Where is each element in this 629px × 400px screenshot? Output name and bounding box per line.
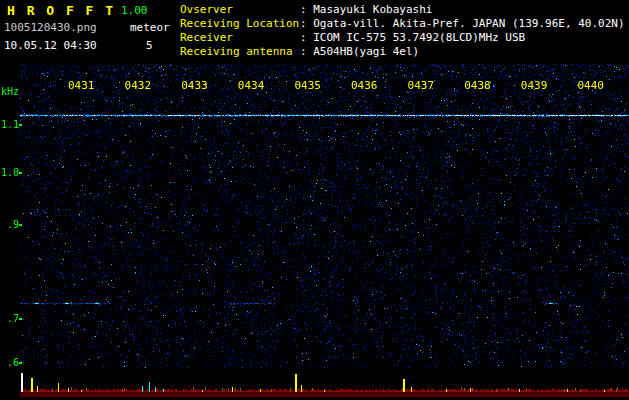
info-row-receiver: Receiver: ICOM IC-575 53.7492(8LCD)MHz U…: [180, 31, 625, 45]
info-row-location: Receiving Location: Ogata-vill. Akita-Pr…: [180, 17, 625, 31]
meteor-count: 5: [146, 39, 153, 52]
frequency-tick-label: 1.1: [1, 119, 19, 130]
app-version: 1.00: [121, 4, 148, 17]
time-tick-label: 0436: [351, 79, 378, 92]
frequency-tick-mark: [19, 362, 22, 364]
mode-label: meteor: [130, 21, 170, 34]
frequency-tick-mark: [19, 172, 22, 174]
time-tick-label: 0437: [408, 79, 435, 92]
spectrogram-canvas: [20, 64, 629, 368]
info-label: Receiver: [180, 31, 300, 45]
time-tick-label: 0439: [521, 79, 548, 92]
time-tick-label: 0433: [181, 79, 208, 92]
frequency-tick-mark: [19, 124, 22, 126]
frequency-tick-label: .6: [7, 357, 19, 368]
time-axis: 0431043204330434043504360437043804390440: [0, 79, 629, 92]
time-tick-label: 0432: [125, 79, 152, 92]
info-row-observer: Ovserver: Masayuki Kobayashi: [180, 3, 625, 17]
info-value: : A504HB(yagi 4el): [300, 45, 419, 58]
frequency-tick-mark: [19, 224, 22, 226]
info-value: : ICOM IC-575 53.7492(8LCD)MHz USB: [300, 31, 525, 44]
info-value: : Masayuki Kobayashi: [300, 3, 432, 16]
time-tick-label: 0435: [294, 79, 321, 92]
info-label: Ovserver: [180, 3, 300, 17]
time-tick-label: 0431: [68, 79, 95, 92]
frequency-tick-label: .9: [7, 219, 19, 230]
hrofft-screen: H R O F F T 1.00 1005120430.png meteor 1…: [0, 0, 629, 400]
signal-strip-canvas: [20, 370, 629, 397]
time-tick-label: 0434: [238, 79, 265, 92]
info-value: : Ogata-vill. Akita-Pref. JAPAN (139.96E…: [300, 17, 625, 30]
frequency-tick-mark: [19, 318, 22, 320]
station-info: Ovserver: Masayuki Kobayashi Receiving L…: [180, 3, 625, 59]
time-tick-label: 0440: [577, 79, 604, 92]
frequency-tick-label: .7: [7, 313, 19, 324]
info-label: Receiving Location: [180, 17, 300, 31]
frequency-axis: kHz1.11.0.9.7.6: [0, 0, 24, 400]
frequency-tick-label: 1.0: [1, 167, 19, 178]
info-row-antenna: Receiving antenna: A504HB(yagi 4el): [180, 45, 625, 59]
time-tick-label: 0438: [464, 79, 491, 92]
info-label: Receiving antenna: [180, 45, 300, 59]
